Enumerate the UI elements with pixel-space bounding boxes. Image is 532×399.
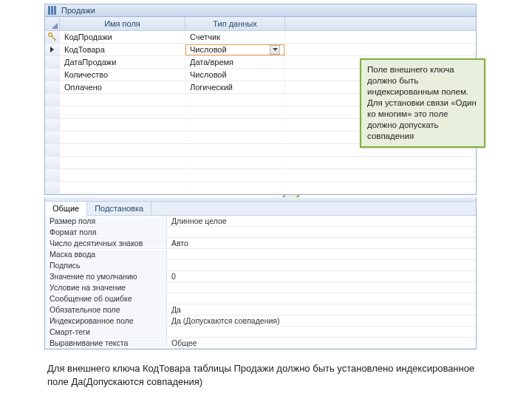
property-value[interactable]: Общее xyxy=(167,338,476,347)
property-rows: Размер поляДлинное целоеФормат поляЧисло… xyxy=(45,216,476,349)
chevron-down-icon[interactable] xyxy=(270,45,280,55)
window-tab-bar: Продажи xyxy=(44,4,477,17)
row-selector[interactable] xyxy=(45,81,60,93)
field-type-cell[interactable] xyxy=(185,112,285,113)
property-label: Формат поля xyxy=(45,228,167,236)
row-selector[interactable] xyxy=(45,56,60,68)
column-header-name[interactable]: Имя поля xyxy=(60,17,185,30)
property-pane: Общие Подстановка Размер поляДлинное цел… xyxy=(44,197,477,349)
property-label: Размер поля xyxy=(45,216,167,225)
property-label: Подпись xyxy=(45,261,167,270)
field-type-cell[interactable]: Логический xyxy=(185,82,285,92)
select-all-corner[interactable] xyxy=(45,17,60,30)
property-label: Индексированное поле xyxy=(45,316,167,325)
row-selector[interactable] xyxy=(45,106,60,118)
primary-key-icon xyxy=(48,33,56,42)
field-name-cell[interactable] xyxy=(60,187,185,188)
property-row[interactable]: Индексированное полеДа (Допускаются совп… xyxy=(45,316,476,327)
field-type-cell[interactable] xyxy=(185,162,285,163)
property-label: Смарт-теги xyxy=(45,327,167,336)
property-row[interactable]: Сообщение об ошибке xyxy=(45,293,476,304)
property-label: Маска ввода xyxy=(45,250,167,259)
table-row[interactable] xyxy=(45,182,476,194)
property-row[interactable]: Формат поля xyxy=(45,227,476,238)
svg-line-3 xyxy=(52,35,56,40)
property-label: Число десятичных знаков xyxy=(45,239,167,248)
row-selector[interactable] xyxy=(45,157,60,168)
property-value[interactable]: 0 xyxy=(167,272,476,281)
row-selector[interactable] xyxy=(45,69,60,81)
property-label: Значение по умолчанию xyxy=(45,272,167,281)
property-row[interactable]: Смарт-теги xyxy=(45,327,476,338)
field-type-cell[interactable]: Счетчик xyxy=(185,32,285,42)
svg-marker-5 xyxy=(273,48,278,51)
field-name-cell[interactable]: ДатаПродажи xyxy=(60,57,185,67)
table-icon xyxy=(48,6,58,15)
footnote-text: Для внешнего ключа КодТовара таблицы Про… xyxy=(47,362,483,388)
table-row[interactable]: КодТовараЧисловой xyxy=(45,44,476,56)
field-name-cell[interactable]: Количество xyxy=(60,69,185,80)
field-name-cell[interactable] xyxy=(60,124,185,126)
property-row[interactable]: Подпись xyxy=(45,260,476,271)
field-type-cell[interactable]: Числовой xyxy=(185,69,285,80)
svg-marker-1 xyxy=(52,23,58,29)
datatype-value: Числовой xyxy=(190,45,227,54)
property-label: Обязательное поле xyxy=(45,305,167,314)
table-design-window: Продажи Имя поля Тип данных КодПродажиСч… xyxy=(44,4,477,349)
grid-header: Имя поля Тип данных xyxy=(45,17,476,31)
table-row[interactable]: КодПродажиСчетчик xyxy=(45,31,476,44)
property-row[interactable]: Значение по умолчанию0 xyxy=(45,271,476,282)
row-selector[interactable] xyxy=(45,94,60,106)
field-name-cell[interactable] xyxy=(60,137,185,138)
property-row[interactable]: Число десятичных знаковАвто xyxy=(45,238,476,249)
property-tabs: Общие Подстановка xyxy=(45,202,476,216)
property-row[interactable]: Маска ввода xyxy=(45,249,476,260)
property-value[interactable]: Авто xyxy=(167,239,476,248)
datatype-select[interactable]: Числовой xyxy=(185,44,284,55)
property-row[interactable]: Условие на значение xyxy=(45,282,476,293)
field-name-cell[interactable]: КодПродажи xyxy=(60,32,185,42)
current-row-indicator-icon xyxy=(50,47,54,52)
property-label: Выравнивание текста xyxy=(45,338,167,347)
row-selector[interactable] xyxy=(45,132,60,143)
table-row[interactable] xyxy=(45,157,476,169)
field-type-cell[interactable] xyxy=(185,149,285,151)
row-selector[interactable] xyxy=(45,182,60,194)
field-type-cell[interactable] xyxy=(185,137,285,138)
row-selector[interactable] xyxy=(45,119,60,131)
property-row[interactable]: Обязательное полеДа xyxy=(45,304,476,316)
property-label: Сообщение об ошибке xyxy=(45,294,167,303)
field-type-cell[interactable]: Дата/время xyxy=(185,57,285,67)
field-name-cell[interactable] xyxy=(60,112,185,113)
field-name-cell[interactable] xyxy=(60,99,185,100)
field-name-cell[interactable] xyxy=(60,162,185,163)
tab-general[interactable]: Общие xyxy=(45,202,87,216)
field-name-cell[interactable] xyxy=(60,174,185,176)
row-selector[interactable] xyxy=(45,44,60,55)
row-selector[interactable] xyxy=(45,144,60,156)
property-label: Условие на значение xyxy=(45,283,167,292)
property-row[interactable]: Размер поляДлинное целое xyxy=(45,216,476,227)
field-name-cell[interactable] xyxy=(60,149,185,151)
column-header-type[interactable]: Тип данных xyxy=(185,17,285,30)
annotation-callout: Поле внешнего ключа должно быть индексир… xyxy=(360,58,485,148)
field-name-cell[interactable]: КодТовара xyxy=(60,44,185,55)
field-type-cell[interactable]: Числовой xyxy=(185,44,285,55)
property-row[interactable]: Выравнивание текстаОбщее xyxy=(45,338,476,349)
row-selector[interactable] xyxy=(45,169,60,181)
window-title: Продажи xyxy=(61,6,95,15)
property-value[interactable]: Да (Допускаются совпадения) xyxy=(167,316,476,325)
table-row[interactable] xyxy=(45,169,476,182)
field-type-cell[interactable] xyxy=(185,187,285,188)
property-value[interactable]: Да xyxy=(167,305,476,314)
field-type-cell[interactable] xyxy=(185,99,285,100)
field-type-cell[interactable] xyxy=(185,174,285,176)
field-type-cell[interactable] xyxy=(185,124,285,126)
row-selector[interactable] xyxy=(45,31,60,43)
tab-lookup[interactable]: Подстановка xyxy=(87,202,151,215)
property-value[interactable]: Длинное целое xyxy=(167,216,476,225)
field-name-cell[interactable]: Оплачено xyxy=(60,82,185,92)
